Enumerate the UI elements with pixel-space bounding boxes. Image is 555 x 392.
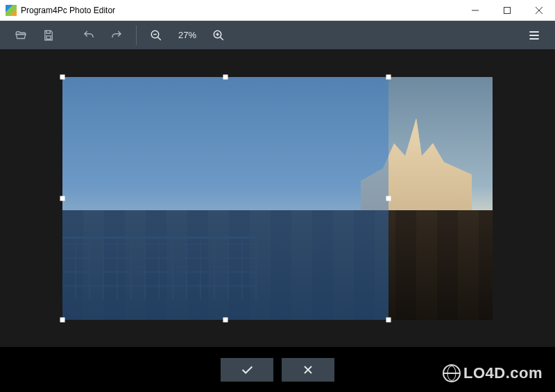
crop-handle-bottom-mid[interactable] <box>223 317 228 322</box>
crop-handle-mid-left[interactable] <box>60 196 65 201</box>
minimize-icon <box>472 7 479 14</box>
toolbar-separator <box>136 26 137 45</box>
crop-handle-mid-right[interactable] <box>386 196 391 201</box>
zoom-level: 27% <box>170 30 205 40</box>
app-icon <box>6 5 17 16</box>
action-bar: LO4D.com <box>0 347 555 392</box>
close-button[interactable] <box>523 0 555 20</box>
open-button[interactable] <box>7 22 35 49</box>
crop-handle-bottom-left[interactable] <box>60 317 65 322</box>
crop-selection[interactable] <box>62 77 388 320</box>
close-icon <box>536 7 543 14</box>
svg-rect-0 <box>504 7 511 13</box>
crop-handle-top-right[interactable] <box>386 74 391 79</box>
crop-handle-top-mid[interactable] <box>223 74 228 79</box>
menu-button[interactable] <box>520 22 548 49</box>
redo-icon <box>110 29 123 42</box>
menu-icon <box>527 28 541 42</box>
check-icon <box>239 362 255 377</box>
undo-button[interactable] <box>75 22 103 49</box>
zoom-out-button[interactable] <box>142 22 170 49</box>
save-icon <box>42 29 55 42</box>
crop-handle-bottom-right[interactable] <box>386 317 391 322</box>
redo-button[interactable] <box>103 22 130 49</box>
window-controls <box>459 0 555 20</box>
maximize-button[interactable] <box>491 0 523 20</box>
confirm-button[interactable] <box>221 358 273 382</box>
titlebar: Program4Pc Photo Editor <box>0 0 555 21</box>
toolbar: 27% <box>0 21 555 49</box>
maximize-icon <box>504 7 511 14</box>
zoom-out-icon <box>150 29 162 42</box>
cancel-button[interactable] <box>282 358 334 382</box>
canvas-area[interactable] <box>0 49 555 347</box>
window-title: Program4Pc Photo Editor <box>21 6 459 15</box>
svg-rect-1 <box>46 35 51 39</box>
x-icon <box>301 363 315 377</box>
globe-icon <box>443 364 461 382</box>
watermark: LO4D.com <box>443 364 543 382</box>
undo-icon <box>83 29 95 42</box>
open-icon <box>15 29 27 42</box>
zoom-in-icon <box>212 29 225 42</box>
watermark-text: LO4D.com <box>463 364 543 382</box>
zoom-in-button[interactable] <box>205 22 232 49</box>
save-button[interactable] <box>35 22 62 49</box>
minimize-button[interactable] <box>459 0 491 20</box>
crop-handle-top-left[interactable] <box>60 74 65 79</box>
